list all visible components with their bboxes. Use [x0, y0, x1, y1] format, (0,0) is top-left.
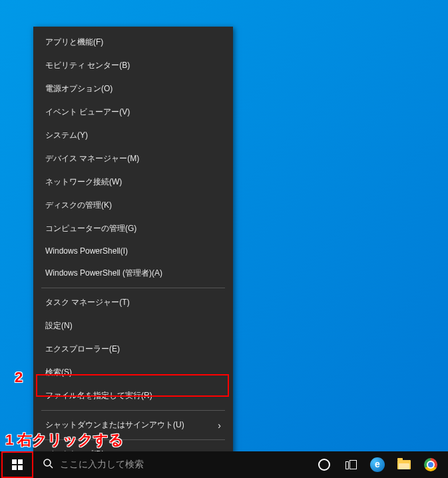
explorer-button[interactable]	[391, 451, 417, 478]
menu-label: 設定(N)	[45, 320, 73, 332]
menu-mobility-center[interactable]: モビリティ センター(B)	[33, 54, 233, 77]
menu-device-manager[interactable]: デバイス マネージャー(M)	[33, 147, 233, 170]
svg-rect-2	[12, 465, 17, 470]
svg-point-4	[44, 459, 51, 466]
taskbar-search[interactable]: ここに入力して検索	[35, 451, 254, 478]
menu-label: ディスクの管理(K)	[45, 200, 112, 211]
menu-label: 電源オプション(O)	[45, 83, 112, 95]
menu-label: モビリティ センター(B)	[45, 60, 130, 71]
menu-power-options[interactable]: 電源オプション(O)	[33, 77, 233, 101]
task-view-button[interactable]	[337, 451, 364, 478]
winx-context-menu: アプリと機能(F) モビリティ センター(B) 電源オプション(O) イベント …	[33, 27, 233, 470]
cortana-button[interactable]	[311, 451, 337, 478]
menu-label: コンピューターの管理(G)	[45, 223, 136, 234]
cortana-icon	[318, 459, 330, 471]
folder-icon	[397, 460, 411, 469]
taskbar: ここに入力して検索	[0, 451, 448, 478]
menu-label: タスク マネージャー(T)	[45, 297, 130, 308]
annotation-number-2: 2	[15, 369, 23, 386]
menu-explorer[interactable]: エクスプローラー(E)	[33, 338, 233, 361]
edge-button[interactable]	[364, 451, 391, 478]
start-button[interactable]	[1, 451, 33, 478]
svg-rect-1	[18, 459, 23, 464]
task-view-icon	[345, 460, 357, 469]
menu-label: デバイス マネージャー(M)	[45, 153, 139, 164]
menu-settings[interactable]: 設定(N)	[33, 314, 233, 338]
menu-label: システム(Y)	[45, 130, 88, 141]
svg-rect-3	[18, 465, 23, 470]
menu-label: ネットワーク接続(W)	[45, 176, 122, 188]
menu-label: エクスプローラー(E)	[45, 344, 120, 355]
annotation-highlight-run	[36, 374, 229, 397]
svg-rect-0	[12, 459, 17, 464]
chrome-icon	[424, 458, 437, 471]
menu-label: アプリと機能(F)	[45, 37, 103, 48]
search-icon	[43, 458, 53, 471]
menu-powershell[interactable]: Windows PowerShell(I)	[33, 240, 233, 262]
menu-label: Windows PowerShell (管理者)(A)	[45, 268, 162, 279]
chrome-button[interactable]	[417, 451, 444, 478]
menu-event-viewer[interactable]: イベント ビューアー(V)	[33, 101, 233, 124]
menu-disk-management[interactable]: ディスクの管理(K)	[33, 194, 233, 217]
menu-label: イベント ビューアー(V)	[45, 107, 130, 118]
svg-line-5	[50, 465, 53, 468]
menu-label: シャットダウンまたはサインアウト(U)	[45, 419, 184, 431]
menu-computer-management[interactable]: コンピューターの管理(G)	[33, 217, 233, 240]
taskbar-tray	[311, 451, 448, 478]
annotation-text-1: 1 右クリックする	[5, 430, 124, 450]
menu-apps-features[interactable]: アプリと機能(F)	[33, 31, 233, 54]
windows-logo-icon	[12, 459, 23, 470]
menu-divider	[41, 410, 225, 411]
menu-system[interactable]: システム(Y)	[33, 124, 233, 147]
menu-divider	[41, 288, 225, 288]
edge-icon	[370, 457, 385, 472]
chevron-right-icon: ›	[218, 420, 221, 431]
search-placeholder: ここに入力して検索	[60, 459, 144, 471]
menu-powershell-admin[interactable]: Windows PowerShell (管理者)(A)	[33, 262, 233, 285]
menu-network-connections[interactable]: ネットワーク接続(W)	[33, 170, 233, 194]
menu-label: Windows PowerShell(I)	[45, 246, 128, 256]
menu-task-manager[interactable]: タスク マネージャー(T)	[33, 291, 233, 314]
